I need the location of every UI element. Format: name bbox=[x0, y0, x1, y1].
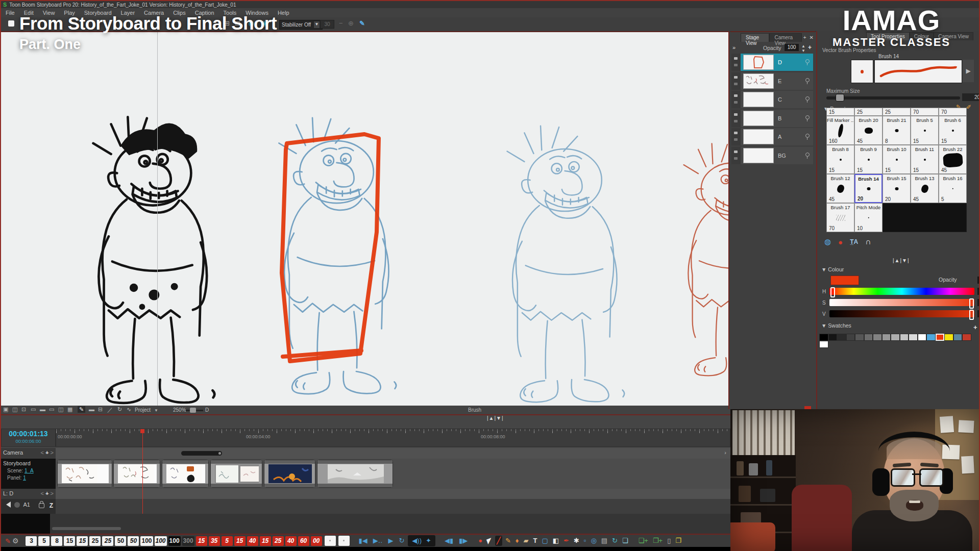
gear-icon[interactable]: ⚙ bbox=[12, 537, 19, 545]
repaint-brush-icon[interactable]: ● bbox=[838, 238, 843, 246]
swatch-9[interactable] bbox=[900, 334, 909, 341]
stabilizer-dropdown[interactable]: Stabilizer Off ▼ bbox=[279, 20, 323, 30]
hue-handle[interactable] bbox=[830, 287, 835, 297]
brush-tool-icon[interactable]: ╱ bbox=[495, 536, 502, 546]
snap-magnet-icon[interactable]: ∩ bbox=[865, 237, 871, 246]
layer-opacity-value[interactable]: 100 bbox=[785, 44, 799, 51]
camera-keyframe-bar[interactable] bbox=[181, 451, 222, 456]
panel-splitter[interactable]: |▲|▼| bbox=[893, 258, 910, 263]
swatch-10[interactable] bbox=[909, 334, 918, 341]
zoom-level-value[interactable]: 250% bbox=[173, 407, 186, 413]
maximum-size-slider[interactable] bbox=[826, 96, 960, 99]
layer-track-nav[interactable]: < + > bbox=[41, 490, 54, 496]
preset-brush-15[interactable]: Brush 1520 bbox=[883, 174, 911, 203]
opacity-chip-25-i[interactable]: 25 bbox=[102, 536, 113, 546]
duplicate-panel-icon[interactable]: ❐ bbox=[674, 536, 683, 546]
camera-mask-icon[interactable]: ▣ bbox=[3, 406, 8, 413]
preset-brush-16[interactable]: Brush 165 bbox=[939, 174, 967, 203]
line-icon[interactable]: ／ bbox=[107, 406, 113, 414]
layers-tool-icon[interactable]: ▤ bbox=[600, 536, 609, 546]
audio-fade-icon[interactable]: Z bbox=[50, 502, 53, 509]
playhead-marker[interactable] bbox=[140, 429, 144, 433]
play-icon[interactable]: ▶ bbox=[386, 536, 395, 546]
playhead-line[interactable] bbox=[142, 430, 143, 514]
swatch-4[interactable] bbox=[855, 334, 864, 341]
red-chip-5[interactable]: 5 bbox=[222, 536, 233, 546]
swatch-7[interactable] bbox=[882, 334, 891, 341]
red-chip-15[interactable]: 15 bbox=[260, 536, 271, 546]
circle-icon[interactable]: ⊕ bbox=[348, 19, 354, 27]
saturation-handle[interactable] bbox=[969, 298, 974, 309]
preset-brush-10[interactable]: Brush 1015 bbox=[883, 145, 911, 174]
red-chip-40[interactable]: 40 bbox=[247, 536, 258, 546]
record-audio-icon[interactable] bbox=[14, 502, 20, 508]
storyboard-clip-2[interactable] bbox=[113, 460, 160, 488]
chevron-down-icon[interactable]: ▼ bbox=[313, 21, 320, 29]
fit-view-icon[interactable]: ⊡ bbox=[21, 406, 26, 413]
red-chip-00[interactable]: 00 bbox=[311, 536, 322, 546]
preset-brush-11[interactable]: Brush 1115 bbox=[911, 145, 939, 174]
preset-brush-17[interactable]: Brush 1770 bbox=[826, 203, 854, 232]
blue-pencil-icon[interactable]: ✎ bbox=[359, 19, 365, 27]
layer-thumbnail[interactable] bbox=[743, 148, 774, 163]
preset-brush-22[interactable]: Brush 2245 bbox=[939, 145, 967, 174]
pencil-tool-icon[interactable]: ✎ bbox=[504, 536, 512, 546]
stamp-tool-icon[interactable]: ♦ bbox=[514, 536, 521, 546]
preset-brush-21[interactable]: Brush 218 bbox=[883, 116, 911, 145]
swatch-2[interactable] bbox=[837, 334, 846, 341]
rect-select-tool-icon[interactable]: ▢ bbox=[540, 536, 549, 546]
skip-to-start-icon[interactable]: ▮◀ bbox=[357, 536, 370, 546]
preset-brush-5[interactable]: Brush 515 bbox=[911, 116, 939, 145]
swatch-16[interactable] bbox=[962, 334, 971, 341]
opacity-chip-25[interactable]: 25 bbox=[89, 536, 101, 546]
layer-row-d[interactable]: D bbox=[731, 54, 813, 71]
stabilizer-value-field[interactable]: 30 bbox=[320, 20, 334, 29]
tab-camera-view[interactable]: Camera View bbox=[769, 33, 801, 42]
swatch-1[interactable] bbox=[828, 334, 838, 341]
layer-row-c[interactable]: C bbox=[731, 91, 813, 108]
preset-pitch-mode[interactable]: Pitch Mode10 bbox=[854, 203, 883, 232]
preset-fill-marker-[interactable]: Fill Marker ...160 bbox=[826, 116, 854, 145]
page-flip-tool-icon[interactable]: ❏ bbox=[621, 536, 630, 546]
safe-area-icon[interactable]: ◫ bbox=[12, 406, 17, 413]
layer-pin-icon[interactable] bbox=[805, 134, 809, 140]
rotate-view-icon[interactable]: ↻ bbox=[117, 406, 122, 413]
lock-icon[interactable] bbox=[39, 503, 44, 508]
swatch-13[interactable] bbox=[936, 334, 945, 341]
opacity-chip-15[interactable]: 15 bbox=[64, 536, 75, 546]
colour-header[interactable]: ▼ Colour bbox=[821, 266, 844, 272]
camera-track-header[interactable]: Camera < + > bbox=[1, 448, 56, 459]
red-chip-40[interactable]: 40 bbox=[285, 536, 297, 546]
speaker-icon[interactable] bbox=[3, 502, 11, 508]
collapse-panel-icon[interactable]: » bbox=[732, 44, 734, 51]
hue-value[interactable]: 1 bbox=[977, 288, 980, 295]
paint-tool-icon[interactable]: ◧ bbox=[551, 536, 560, 546]
opacity-stepper[interactable]: ▲▼ bbox=[801, 44, 805, 53]
opacity-chip-15-i[interactable]: 15 bbox=[77, 536, 88, 546]
storyboard-clip-3[interactable] bbox=[162, 460, 209, 488]
hand-tool-icon[interactable]: ✱ bbox=[572, 536, 581, 546]
swatch-5[interactable] bbox=[864, 334, 873, 341]
new-project-icon[interactable] bbox=[8, 20, 14, 27]
layer-pin-icon[interactable] bbox=[805, 96, 809, 103]
audio-scrub-icon[interactable]: ✦ bbox=[424, 536, 433, 546]
blank-swatch-button-1[interactable] bbox=[325, 536, 336, 546]
layer-thumbnail[interactable] bbox=[743, 92, 774, 107]
layer-thumbnail[interactable] bbox=[743, 55, 774, 70]
layer-pin-icon[interactable] bbox=[805, 115, 809, 121]
storyboard-clip-4[interactable] bbox=[210, 460, 262, 488]
preset-brush-6[interactable]: Brush 615 bbox=[939, 116, 967, 145]
monitor-3-icon[interactable]: ▭ bbox=[49, 406, 54, 413]
pin-tool-icon[interactable]: ◎ bbox=[589, 536, 598, 546]
swatch-6[interactable] bbox=[873, 334, 882, 341]
scene-link[interactable]: 1_A bbox=[24, 468, 34, 473]
tab-stage-view[interactable]: Stage View bbox=[741, 33, 769, 42]
text-tool-icon[interactable]: T bbox=[531, 536, 538, 546]
timeline-ruler[interactable]: 00:00:00:0000:00:04:0000:00:08:00 bbox=[56, 429, 730, 447]
preset-cell-partial[interactable]: 15 bbox=[826, 108, 854, 116]
hue-slider[interactable] bbox=[829, 288, 974, 295]
red-chip-25[interactable]: 25 bbox=[273, 536, 284, 546]
dark-chip-300[interactable]: 300 bbox=[182, 536, 194, 546]
opacity-chip-50[interactable]: 50 bbox=[115, 536, 126, 546]
layer-pin-icon[interactable] bbox=[805, 153, 809, 159]
